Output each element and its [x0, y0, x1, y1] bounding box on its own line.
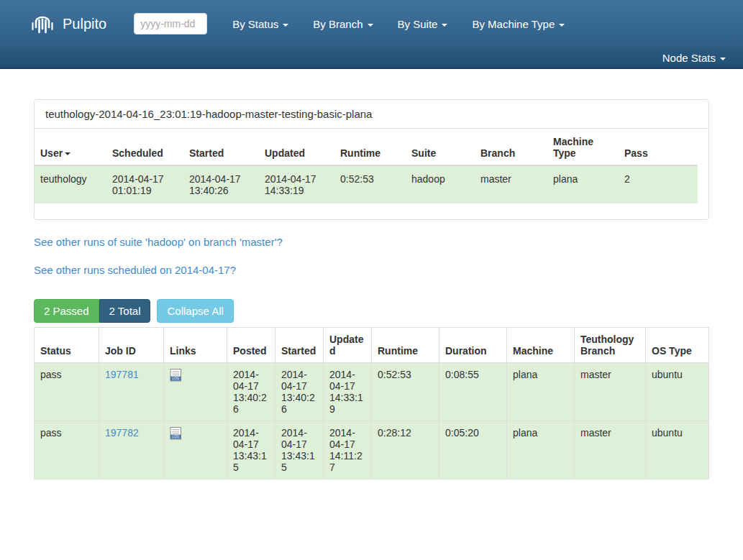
collapse-all-button[interactable]: Collapse All: [157, 299, 233, 323]
pulpito-logo-icon: [29, 11, 56, 37]
job-duration: 0:05:20: [439, 421, 507, 479]
job-teuthology-branch: master: [575, 421, 646, 479]
column-header-user[interactable]: User: [35, 129, 106, 165]
job-id-cell: 197781: [99, 363, 164, 421]
column-header-os-type: OS Type: [646, 328, 709, 363]
run-table-header-row: User Scheduled Started Updated Runtime S…: [35, 129, 698, 165]
column-header-machine: Machine: [507, 328, 575, 363]
sort-descending-icon: [65, 152, 70, 155]
date-runs-link[interactable]: See other runs scheduled on 2014-04-17?: [34, 264, 236, 276]
chevron-down-icon: [368, 24, 373, 27]
job-started: 2014-04-17 13:40:26: [275, 363, 324, 421]
chevron-down-icon: [720, 58, 726, 60]
menu-node-stats[interactable]: Node Stats: [662, 52, 726, 64]
brand[interactable]: Pulpito: [29, 11, 106, 37]
column-header-links: Links: [164, 328, 227, 363]
navbar: Pulpito By Status By Branch By Suite By …: [0, 0, 743, 69]
total-count-button[interactable]: 2 Total: [99, 299, 151, 323]
job-started: 2014-04-17 13:43:15: [275, 421, 324, 479]
column-header-suite: Suite: [406, 129, 475, 165]
brand-label: Pulpito: [63, 16, 106, 32]
column-header-duration: Duration: [439, 328, 507, 363]
run-summary-panel: teuthology-2014-04-16_23:01:19-hadoop-ma…: [34, 99, 709, 220]
job-posted: 2014-04-17 13:40:26: [227, 363, 275, 421]
job-os-type: ubuntu: [646, 421, 709, 479]
menu-by-machine-type-label: By Machine Type: [472, 18, 555, 30]
menu-by-branch-label: By Branch: [313, 18, 363, 30]
job-status: pass: [35, 363, 99, 421]
job-posted: 2014-04-17 13:43:15: [227, 421, 275, 479]
chevron-down-icon: [559, 24, 565, 27]
column-header-updated: Updated: [259, 129, 334, 165]
column-header-status: Status: [35, 328, 99, 363]
column-header-job-id: Job ID: [99, 328, 164, 363]
summary-buttons: 2 Passed 2 Total Collapse All: [34, 299, 709, 323]
job-runtime: 0:52:53: [372, 363, 439, 421]
job-updated: 2014-04-17 14:11:27: [324, 421, 372, 479]
run-user: teuthology: [35, 165, 106, 203]
column-header-started: Started: [275, 328, 324, 363]
log-file-icon: LOG: [170, 431, 182, 442]
date-runs-link-row: See other runs scheduled on 2014-04-17?: [34, 264, 709, 276]
date-input[interactable]: [134, 13, 207, 35]
run-row: teuthology 2014-04-17 01:01:19 2014-04-1…: [35, 165, 698, 203]
log-file-icon: LOG: [170, 372, 182, 384]
run-updated: 2014-04-17 14:33:19: [259, 165, 334, 203]
run-runtime: 0:52:53: [334, 165, 406, 203]
column-header-branch: Branch: [475, 129, 547, 165]
jobs-table-header-row: Status Job ID Links Posted Started Updat…: [35, 328, 709, 363]
suite-runs-link[interactable]: See other runs of suite 'hadoop' on bran…: [34, 236, 283, 248]
job-os-type: ubuntu: [646, 363, 709, 421]
main-content: teuthology-2014-04-16_23:01:19-hadoop-ma…: [0, 69, 743, 508]
column-header-runtime: Runtime: [334, 129, 406, 165]
menu-by-machine-type[interactable]: By Machine Type: [460, 11, 577, 37]
log-file-link[interactable]: LOG: [170, 427, 182, 442]
column-header-machine-type: Machine Type: [547, 129, 619, 165]
run-title: teuthology-2014-04-16_23:01:19-hadoop-ma…: [35, 100, 708, 129]
menu-by-suite-label: By Suite: [398, 18, 438, 30]
column-header-pass: Pass: [619, 129, 698, 165]
column-header-user-label: User: [40, 147, 63, 159]
menu-by-suite[interactable]: By Suite: [386, 11, 460, 37]
run-suite: hadoop: [406, 165, 475, 203]
log-file-link[interactable]: LOG: [170, 369, 182, 384]
run-started: 2014-04-17 13:40:26: [183, 165, 259, 203]
job-status: pass: [35, 421, 99, 479]
job-duration: 0:08:55: [439, 363, 507, 421]
job-runtime: 0:28:12: [372, 421, 439, 479]
job-updated: 2014-04-17 14:33:19: [324, 363, 372, 421]
job-row: pass 197782 LOG: [35, 421, 709, 479]
svg-text:LOG: LOG: [172, 435, 179, 439]
chevron-down-icon: [442, 24, 447, 27]
column-header-teuthology-branch: Teuthology Branch: [575, 328, 646, 363]
column-header-started: Started: [183, 129, 259, 165]
column-header-scheduled: Scheduled: [106, 129, 183, 165]
navbar-main-row: Pulpito By Status By Branch By Suite By …: [0, 0, 743, 47]
svg-text:LOG: LOG: [172, 377, 179, 380]
run-branch: master: [475, 165, 547, 203]
run-pass-count: 2: [619, 165, 698, 203]
column-header-runtime: Runtime: [372, 328, 439, 363]
menu-by-status[interactable]: By Status: [220, 11, 301, 37]
job-teuthology-branch: master: [575, 363, 646, 421]
job-links-cell: LOG: [164, 421, 227, 479]
nav-menus: By Status By Branch By Suite By Machine …: [220, 11, 577, 37]
job-id-link[interactable]: 197781: [105, 369, 139, 380]
column-header-posted: Posted: [227, 328, 275, 363]
passed-count-button[interactable]: 2 Passed: [34, 299, 99, 323]
column-header-updated: Updated: [324, 328, 372, 363]
jobs-table: Status Job ID Links Posted Started Updat…: [34, 327, 709, 479]
navbar-secondary-row: Node Stats: [0, 47, 743, 69]
chevron-down-icon: [283, 24, 288, 27]
run-machine-type: plana: [547, 165, 619, 203]
job-machine: plana: [507, 421, 575, 479]
job-links-cell: LOG: [164, 363, 227, 421]
job-id-cell: 197782: [99, 421, 164, 479]
job-id-link[interactable]: 197782: [105, 427, 139, 439]
menu-by-status-label: By Status: [232, 18, 278, 30]
node-stats-label: Node Stats: [662, 52, 716, 64]
run-scheduled: 2014-04-17 01:01:19: [106, 165, 183, 203]
run-summary-table: User Scheduled Started Updated Runtime S…: [35, 129, 698, 203]
job-row: pass 197781 LOG: [35, 363, 709, 421]
menu-by-branch[interactable]: By Branch: [301, 11, 385, 37]
